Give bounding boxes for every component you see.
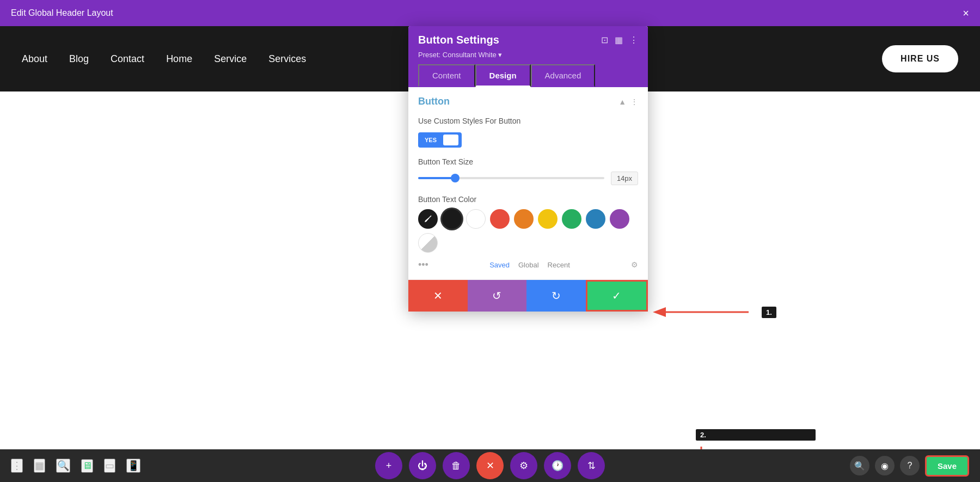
redo-button[interactable]: ↻ [526,280,586,312]
save-main-button[interactable]: Save [925,455,969,477]
bottom-center-tools: + ⏻ 🗑 ✕ ⚙ 🕐 ⇅ [375,452,605,479]
custom-styles-toggle[interactable]: YES [418,132,462,148]
history-button[interactable]: 🕐 [544,452,571,479]
color-tabs: Saved Global Recent [489,261,570,269]
help-icon[interactable]: ? [900,456,920,475]
tablet-icon[interactable]: ▭ [104,459,115,473]
layers-icon[interactable]: ◉ [875,456,895,475]
section-header: Button ▲ ⋮ [418,96,638,107]
nav-links: About Blog Contact Home Service Services [22,53,306,65]
bottom-right-tools: 🔍 ◉ ? Save [850,455,969,477]
undo-button[interactable]: ↺ [468,280,527,312]
nav-about[interactable]: About [22,53,47,65]
main-area: Button Settings ⊡ ▦ ⋮ Preset: Consultant… [0,91,980,449]
nav-service[interactable]: Service [214,53,247,65]
color-swatch-orange[interactable] [514,209,534,229]
arrow-label-2: 2. [696,429,816,441]
tab-advanced[interactable]: Advanced [531,64,596,87]
top-bar-title: Edit Global Header Layout [11,8,113,18]
panel-header: Button Settings ⊡ ▦ ⋮ Preset: Consultant… [408,26,648,87]
panel-tabs: Content Design Advanced [418,64,638,87]
search-icon[interactable]: 🔍 [56,459,70,473]
delete-button[interactable]: 🗑 [443,452,470,479]
color-swatch-yellow[interactable] [538,209,558,229]
button-settings-panel: Button Settings ⊡ ▦ ⋮ Preset: Consultant… [408,26,648,312]
color-tab-recent[interactable]: Recent [548,261,570,269]
cancel-button[interactable]: ✕ [408,280,468,312]
color-swatch-red[interactable] [490,209,510,229]
color-swatch-blue[interactable] [586,209,605,229]
panel-preset[interactable]: Preset: Consultant White ▾ [418,51,638,59]
panel-body: Button ▲ ⋮ Use Custom Styles For Button … [408,87,648,279]
close-module-button[interactable]: ✕ [476,452,504,479]
color-swatch-white[interactable] [466,209,486,229]
color-swatch-black[interactable] [442,209,462,229]
panel-header-icons: ⊡ ▦ ⋮ [601,35,638,45]
color-swatch-purple[interactable] [610,209,629,229]
panel-resize-icon[interactable]: ⊡ [601,35,608,45]
toggle-switch [443,135,458,145]
section-title: Button [418,96,450,107]
layout-button[interactable]: ⇅ [578,452,605,479]
color-swatches-row [418,209,638,253]
menu-icon[interactable]: ⋮ [11,459,23,473]
search-bottom-icon[interactable]: 🔍 [850,456,869,475]
mobile-icon[interactable]: 📱 [126,459,140,473]
text-size-slider-row: 14px [418,172,638,185]
nav-contact[interactable]: Contact [111,53,144,65]
panel-title: Button Settings [418,34,499,46]
slider-label: Button Text Size [418,157,638,166]
section-collapse-icon[interactable]: ▲ [618,97,626,106]
color-swatch-green[interactable] [562,209,581,229]
arrow-label-1: 1. [762,307,776,318]
panel-columns-icon[interactable]: ▦ [615,35,623,45]
slider-track[interactable] [418,177,604,179]
panel-more-icon[interactable]: ⋮ [629,35,638,45]
power-button[interactable]: ⏻ [409,452,436,479]
color-tab-saved[interactable]: Saved [489,261,510,269]
confirm-button[interactable]: ✓ [586,280,648,312]
panel-actions: ✕ ↺ ↻ ✓ [408,279,648,312]
toggle-yes-label: YES [420,135,441,145]
bottom-toolbar: ⋮ ▦ 🔍 🖥 ▭ 📱 + ⏻ 🗑 ✕ ⚙ 🕐 ⇅ 🔍 ◉ ? Save [0,449,980,482]
color-footer: ••• Saved Global Recent ⚙ [418,259,638,271]
nav-blog[interactable]: Blog [69,53,89,65]
settings-button[interactable]: ⚙ [510,452,537,479]
tab-content[interactable]: Content [418,64,475,87]
nav-home[interactable]: Home [166,53,192,65]
bottom-left-tools: ⋮ ▦ 🔍 🖥 ▭ 📱 [11,459,140,473]
slider-thumb[interactable] [451,174,460,182]
desktop-icon[interactable]: 🖥 [81,459,93,473]
grid-icon[interactable]: ▦ [34,459,45,473]
nav-services[interactable]: Services [268,53,306,65]
tab-design[interactable]: Design [475,64,531,87]
color-label: Button Text Color [418,195,638,204]
color-tab-global[interactable]: Global [518,261,539,269]
color-swatch-none[interactable] [418,233,438,253]
section-options-icon[interactable]: ⋮ [630,97,638,106]
slider-fill [418,177,455,179]
color-more-button[interactable]: ••• [418,259,428,271]
top-bar: Edit Global Header Layout × [0,0,980,26]
slider-value[interactable]: 14px [611,172,638,185]
arrow-annotation-1: 1. [651,304,776,320]
toggle-label: Use Custom Styles For Button [418,116,638,127]
color-settings-icon[interactable]: ⚙ [631,260,638,269]
eyedropper-button[interactable] [418,209,438,229]
close-button[interactable]: × [963,8,969,19]
hire-us-button[interactable]: HIRE US [882,45,958,72]
add-module-button[interactable]: + [375,452,402,479]
